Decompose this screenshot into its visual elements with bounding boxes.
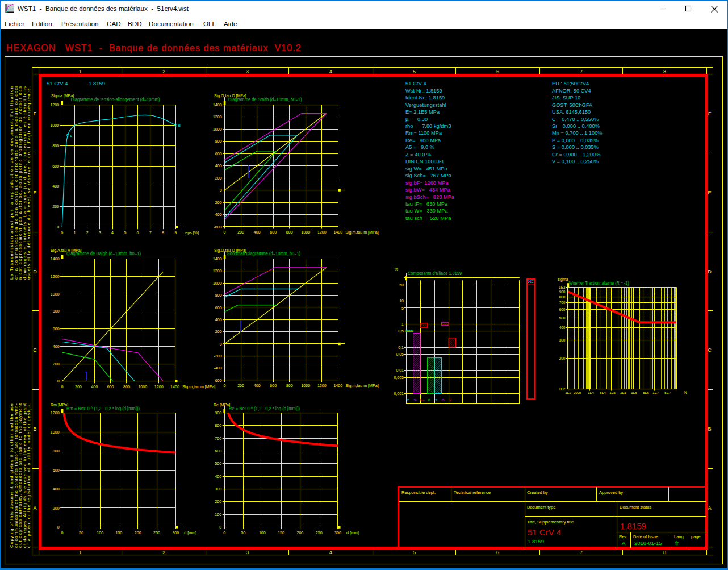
svg-text:300: 300 <box>334 531 341 535</box>
svg-text:Woehler Traction, alterné (R =: Woehler Traction, alterné (R = -1) <box>569 280 629 286</box>
svg-text:Ident-Nr.: 1.8159: Ident-Nr.: 1.8159 <box>405 95 445 101</box>
svg-text:1200: 1200 <box>213 269 222 273</box>
svg-text:tau tF= 630 MPa: tau tF= 630 MPa <box>405 201 448 207</box>
svg-text:A: A <box>33 505 36 511</box>
svg-text:E= 2,1E5 MPa: E= 2,1E5 MPa <box>405 109 440 115</box>
svg-text:800: 800 <box>286 384 293 388</box>
svg-text:6: 6 <box>137 231 139 235</box>
svg-text:200: 200 <box>296 531 303 535</box>
svg-text:300: 300 <box>172 531 179 535</box>
svg-text:400: 400 <box>254 230 261 235</box>
svg-text:400: 400 <box>53 344 60 349</box>
svg-text:Re [MPa]: Re [MPa] <box>214 403 230 407</box>
svg-text:800: 800 <box>559 295 566 299</box>
svg-text:51 CrV 4: 51 CrV 4 <box>405 81 426 86</box>
svg-text:0: 0 <box>220 342 222 347</box>
svg-text:1.8159: 1.8159 <box>89 80 105 86</box>
svg-text:sigma: sigma <box>558 277 568 282</box>
svg-text:C = 0,470 .. 0,550%: C = 0,470 .. 0,550% <box>552 117 599 122</box>
svg-text:Sig.m,tau m [MPa]: Sig.m,tau m [MPa] <box>345 384 378 388</box>
svg-text:Responsible dept.: Responsible dept. <box>401 490 436 495</box>
svg-text:F: F <box>708 111 712 117</box>
svg-text:600: 600 <box>53 468 60 473</box>
svg-text:2E5: 2E5 <box>620 391 626 394</box>
svg-text:0: 0 <box>57 225 59 230</box>
svg-text:D: D <box>33 269 37 274</box>
svg-text:Re = Re10 ^ (1,2 - 0,2 * log (: Re = Re10 ^ (1,2 - 0,2 * log (d [mm])) <box>229 406 300 411</box>
svg-text:600: 600 <box>215 449 221 453</box>
svg-text:E: E <box>33 190 36 195</box>
svg-text:600: 600 <box>270 230 277 235</box>
svg-text:0,05: 0,05 <box>396 352 404 356</box>
svg-text:1E4: 1E4 <box>588 391 594 394</box>
svg-text:200: 200 <box>237 230 244 235</box>
svg-text:50: 50 <box>241 531 246 535</box>
svg-text:200: 200 <box>215 330 222 334</box>
svg-text:Diagramme de Haigh (d=10mm, b0: Diagramme de Haigh (d=10mm, b0=1) <box>66 251 141 256</box>
svg-text:Date of Issue: Date of Issue <box>633 534 658 539</box>
svg-text:1: 1 <box>401 322 404 326</box>
svg-text:0,01: 0,01 <box>396 368 404 372</box>
svg-text:1200: 1200 <box>51 411 60 415</box>
svg-text:d [mm]: d [mm] <box>184 531 196 535</box>
svg-text:1E7: 1E7 <box>652 391 659 394</box>
svg-text:Si = 0,000 .. 0,400%: Si = 0,000 .. 0,400% <box>552 123 600 129</box>
svg-text:200: 200 <box>75 385 82 389</box>
svg-text:5E4: 5E4 <box>600 391 606 394</box>
svg-text:1E5: 1E5 <box>609 391 616 394</box>
svg-text:500: 500 <box>215 461 221 466</box>
svg-text:Sig.m,tau m [MPa]: Sig.m,tau m [MPa] <box>345 230 378 235</box>
svg-text:700: 700 <box>559 301 566 305</box>
svg-text:Rm= 1100 MPa: Rm= 1100 MPa <box>405 130 442 136</box>
svg-text:1200: 1200 <box>317 384 327 388</box>
svg-text:200: 200 <box>215 176 222 181</box>
svg-text:0: 0 <box>61 531 64 535</box>
svg-text:0,005: 0,005 <box>394 376 404 380</box>
svg-text:3: 3 <box>99 231 101 235</box>
svg-text:Document type: Document type <box>527 505 555 510</box>
svg-text:600: 600 <box>53 327 60 331</box>
svg-text:1000: 1000 <box>301 230 310 235</box>
svg-text:10: 10 <box>399 299 404 303</box>
svg-text:Diagramme de tension-allongeme: Diagramme de tension-allongement (d=10mm… <box>71 97 160 102</box>
svg-text:8: 8 <box>663 69 666 74</box>
svg-text:0,5: 0,5 <box>398 329 404 333</box>
svg-text:Si: Si <box>413 398 416 402</box>
svg-text:800: 800 <box>52 144 59 148</box>
svg-text:150: 150 <box>278 531 284 535</box>
svg-text:A: A <box>708 505 711 511</box>
svg-text:250: 250 <box>153 531 160 535</box>
svg-text:900: 900 <box>559 290 566 294</box>
svg-text:3: 3 <box>246 69 249 74</box>
svg-text:0: 0 <box>224 230 226 235</box>
svg-text:1400: 1400 <box>170 385 179 389</box>
svg-text:800: 800 <box>286 230 293 235</box>
svg-text:sig.bF= 1260 MPa: sig.bF= 1260 MPa <box>405 180 449 186</box>
svg-text:Re= 900 MPa: Re= 900 MPa <box>405 138 441 143</box>
svg-text:50: 50 <box>79 531 83 535</box>
svg-text:1400: 1400 <box>213 257 222 261</box>
svg-text:0: 0 <box>57 525 60 530</box>
svg-text:USA: 6145;6150: USA: 6145;6150 <box>552 109 591 115</box>
svg-text:sig.W= 451 MPa: sig.W= 451 MPa <box>405 166 447 172</box>
svg-text:6: 6 <box>496 550 499 555</box>
svg-text:P = 0,000 .. 0,035%: P = 0,000 .. 0,035% <box>552 138 599 143</box>
svg-text:Diagramme de Smith (d=10mm, b0: Diagramme de Smith (d=10mm, b0=1) <box>228 97 302 102</box>
svg-text:Lang.: Lang. <box>674 534 685 539</box>
svg-text:tau sch= 528 MPa: tau sch= 528 MPa <box>405 215 451 221</box>
svg-text:800: 800 <box>215 139 222 144</box>
svg-text:A5 = 9,0 %: A5 = 9,0 % <box>405 144 434 150</box>
svg-text:600: 600 <box>215 306 222 310</box>
svg-text:400: 400 <box>559 326 566 330</box>
svg-text:5E7: 5E7 <box>664 391 671 394</box>
svg-text:400: 400 <box>215 475 221 479</box>
svg-text:sig.Sch= 767 MPa: sig.Sch= 767 MPa <box>405 173 452 178</box>
svg-text:F: F <box>34 111 37 117</box>
svg-text:S = 0,000 .. 0,035%: S = 0,000 .. 0,035% <box>552 144 599 150</box>
svg-text:1200: 1200 <box>51 274 60 279</box>
svg-text:Cr = 0,900 .. 1,200%: Cr = 0,900 .. 1,200% <box>552 152 601 157</box>
svg-text:7: 7 <box>580 550 583 555</box>
svg-text:800: 800 <box>215 293 222 298</box>
svg-text:600: 600 <box>559 307 566 311</box>
svg-text:400: 400 <box>91 385 98 389</box>
